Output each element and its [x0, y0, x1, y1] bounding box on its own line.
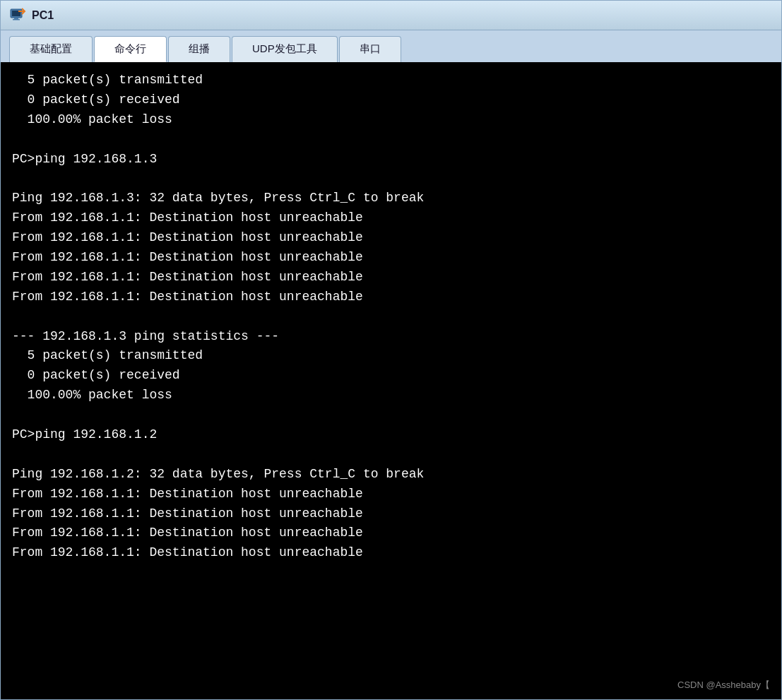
terminal-line — [12, 405, 770, 425]
tab-bar: 基础配置 命令行 组播 UDP发包工具 串口 — [1, 30, 781, 62]
terminal-line — [12, 130, 770, 150]
window-title: PC1 — [32, 9, 54, 22]
tab-udp-tool[interactable]: UDP发包工具 — [232, 36, 338, 62]
terminal-line — [12, 169, 770, 189]
terminal-line: From 192.168.1.1: Destination host unrea… — [12, 504, 770, 524]
terminal-line — [12, 445, 770, 465]
terminal-line: Ping 192.168.1.3: 32 data bytes, Press C… — [12, 189, 770, 208]
main-window: PC1 基础配置 命令行 组播 UDP发包工具 串口 5 packet(s) t… — [0, 0, 782, 700]
terminal-line: From 192.168.1.1: Destination host unrea… — [12, 543, 770, 563]
terminal-line: From 192.168.1.1: Destination host unrea… — [12, 208, 770, 228]
tab-basic-config[interactable]: 基础配置 — [9, 36, 93, 62]
terminal-line: 0 packet(s) received — [12, 366, 770, 386]
title-bar: PC1 — [1, 1, 781, 30]
terminal-line: 0 packet(s) received — [12, 90, 770, 110]
terminal-line: From 192.168.1.1: Destination host unrea… — [12, 248, 770, 268]
watermark: CSDN @Asshebaby【 — [677, 678, 770, 692]
terminal-line: From 192.168.1.1: Destination host unrea… — [12, 523, 770, 543]
tab-multicast[interactable]: 组播 — [168, 36, 230, 62]
pc-icon — [9, 7, 26, 24]
terminal-line: From 192.168.1.1: Destination host unrea… — [12, 485, 770, 504]
svg-rect-3 — [13, 19, 20, 20]
terminal-line: From 192.168.1.1: Destination host unrea… — [12, 228, 770, 248]
tab-command-line[interactable]: 命令行 — [94, 36, 167, 62]
terminal-line — [12, 307, 770, 327]
terminal-line: 100.00% packet loss — [12, 110, 770, 130]
terminal-line: --- 192.168.1.3 ping statistics --- — [12, 327, 770, 347]
terminal-line: PC>ping 192.168.1.2 — [12, 425, 770, 445]
terminal-output[interactable]: 5 packet(s) transmitted 0 packet(s) rece… — [1, 62, 781, 699]
tab-serial[interactable]: 串口 — [339, 36, 401, 62]
terminal-line: Ping 192.168.1.2: 32 data bytes, Press C… — [12, 465, 770, 485]
terminal-line: 100.00% packet loss — [12, 386, 770, 405]
terminal-lines: 5 packet(s) transmitted 0 packet(s) rece… — [12, 71, 770, 563]
svg-rect-2 — [14, 18, 18, 19]
terminal-line: From 192.168.1.1: Destination host unrea… — [12, 287, 770, 307]
terminal-line: 5 packet(s) transmitted — [12, 346, 770, 366]
terminal-line: 5 packet(s) transmitted — [12, 71, 770, 90]
terminal-line: PC>ping 192.168.1.3 — [12, 150, 770, 170]
terminal-line: From 192.168.1.1: Destination host unrea… — [12, 268, 770, 287]
